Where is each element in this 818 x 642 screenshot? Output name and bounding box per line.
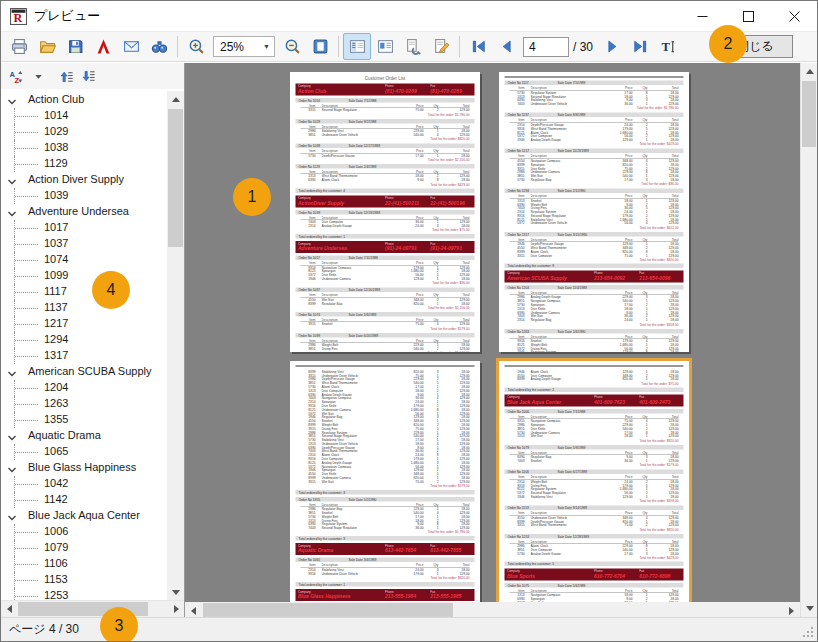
page-thumbnail-4-selected[interactable]: 1946Alarm Clock129.00118.004550Dive Comp… (499, 361, 689, 602)
report-item-row: 7403Second Stage Regulator36.001129.00 (301, 526, 470, 530)
zoom-out-button[interactable] (278, 33, 306, 60)
tree-order-label: 1037 (44, 237, 68, 249)
scrollbar-thumb[interactable] (802, 81, 816, 147)
chevron-down-icon[interactable] (6, 366, 18, 378)
report-header-rule (505, 77, 684, 78)
tree-node-order[interactable]: 1039 (1, 188, 167, 204)
page-thumbnail-1[interactable]: Customer Order ListCompanyPhoneFaxAction… (290, 72, 480, 352)
collapse-all-button[interactable] (55, 65, 77, 87)
tree-node-order[interactable]: 1038 (1, 140, 167, 156)
tree-node-order[interactable]: 1263 (1, 396, 167, 412)
chevron-down-icon[interactable] (6, 462, 18, 474)
tree-node-company[interactable]: Aquatic Drama (1, 428, 167, 444)
scroll-down-arrow[interactable] (801, 600, 818, 617)
chevron-down-icon[interactable] (6, 94, 18, 106)
order-header: Order No 1217Sale Date 11/23/1989 (505, 149, 684, 154)
scroll-up-arrow[interactable] (801, 63, 818, 80)
scrollbar-thumb[interactable] (168, 109, 183, 247)
tree-node-company[interactable]: Action Club (1, 92, 167, 108)
caret-down-button[interactable] (27, 65, 49, 87)
tree-node-company[interactable]: Action Diver Supply (1, 172, 167, 188)
tree-order-label: 1039 (44, 189, 68, 201)
order-header: Order No 1037Sale Date 12/16/1988 (296, 288, 475, 293)
tree-node-order[interactable]: 1065 (1, 444, 167, 460)
order-header: Order No 1204Sale Date 11/4/1989 (505, 285, 684, 290)
tree-node-company[interactable]: American SCUBA Supply (1, 364, 167, 380)
zoom-in-button[interactable] (182, 33, 210, 60)
save-button[interactable] (61, 33, 89, 60)
preview-vertical-scrollbar[interactable] (800, 63, 817, 617)
tree-node-order[interactable]: 1099 (1, 268, 167, 284)
print-button[interactable] (5, 33, 33, 60)
tree-vertical-scrollbar[interactable] (167, 91, 184, 601)
preview-canvas[interactable]: Customer Order ListCompanyPhoneFaxAction… (185, 63, 802, 602)
tree-node-order[interactable]: 1137 (1, 300, 167, 316)
thumbnails-icon (377, 38, 394, 55)
close-window-button[interactable] (771, 1, 817, 31)
next-page-icon (604, 38, 621, 55)
find-button[interactable] (145, 33, 173, 60)
tree-node-order[interactable]: 1014 (1, 108, 167, 124)
caret-down-icon (31, 69, 46, 84)
report-header-rule (505, 366, 684, 367)
edit-page-button[interactable] (427, 33, 455, 60)
last-page-button[interactable] (626, 33, 654, 60)
tree-node-order[interactable]: 1129 (1, 156, 167, 172)
thumbnails-button[interactable] (371, 33, 399, 60)
text-search-button[interactable]: T (654, 33, 682, 60)
whole-page-button[interactable] (306, 33, 334, 60)
order-total: Total for the order: $96.00 (510, 182, 679, 186)
report-item-row: 1313Wet Suit18.001129.00 (510, 434, 679, 438)
resize-grip[interactable] (801, 625, 815, 639)
scroll-up-arrow[interactable] (167, 91, 184, 108)
sort-az-button[interactable]: AZ (5, 65, 27, 87)
page-thumbnail-2[interactable]: Order No 1117Sale Date 7/5/1989ItemDescr… (499, 72, 689, 352)
chevron-down-icon[interactable] (6, 510, 18, 522)
chevron-down-icon[interactable]: ▼ (259, 43, 274, 50)
page-content: Order No 1117Sale Date 7/5/1989ItemDescr… (499, 72, 689, 352)
scroll-left-arrow[interactable] (1, 601, 17, 616)
tree-node-order[interactable]: 1006 (1, 524, 167, 540)
tree-node-order[interactable]: 1042 (1, 476, 167, 492)
tree-node-company[interactable]: Adventure Undersea (1, 204, 167, 220)
prev-page-button[interactable] (492, 33, 520, 60)
scroll-down-arrow[interactable] (167, 584, 184, 601)
order-total: Total for the order: $1,786.00 (510, 106, 679, 110)
tree-node-order[interactable]: 1355 (1, 412, 167, 428)
page-number-input[interactable] (523, 37, 569, 57)
tree-horizontal-scrollbar[interactable] (1, 600, 184, 617)
tree-node-order[interactable]: 1074 (1, 252, 167, 268)
zoom-combobox[interactable]: 25% ▼ (213, 36, 275, 57)
tree-node-order[interactable]: 1217 (1, 316, 167, 332)
tree-node-company[interactable]: Blue Glass Happiness (1, 460, 167, 476)
tree-node-order[interactable]: 1029 (1, 124, 167, 140)
email-button[interactable] (117, 33, 145, 60)
tree-node-order[interactable]: 1079 (1, 540, 167, 556)
tree-node-order[interactable]: 1106 (1, 556, 167, 572)
customer-total-band: Total ordered by the customer: 9 (505, 264, 684, 269)
page-thumbnail-3[interactable]: 8399Stabilizing Vest820.00318.003315Unde… (290, 361, 480, 602)
scrollbar-thumb[interactable] (203, 603, 453, 618)
tree-node-order[interactable]: 1037 (1, 236, 167, 252)
tree-node-order[interactable]: 1017 (1, 220, 167, 236)
next-page-button[interactable] (598, 33, 626, 60)
outline-tree: Action Club1014102910381129Action Diver … (1, 91, 167, 601)
scroll-right-arrow[interactable] (168, 601, 184, 616)
expand-all-button[interactable] (77, 65, 99, 87)
chevron-down-icon[interactable] (6, 174, 18, 186)
order-header: Order No 1075Sale Date 5/6/1989 (505, 583, 684, 588)
tree-node-company[interactable]: Blue Jack Aqua Center (1, 508, 167, 524)
pdf-button[interactable] (89, 33, 117, 60)
tree-node-order[interactable]: 1294 (1, 332, 167, 348)
tree-node-order[interactable]: 1153 (1, 572, 167, 588)
outline-button[interactable] (343, 33, 371, 60)
tree-node-order[interactable]: 1317 (1, 348, 167, 364)
tree-node-order[interactable]: 1142 (1, 492, 167, 508)
tree-node-order[interactable]: 1204 (1, 380, 167, 396)
chevron-down-icon[interactable] (6, 206, 18, 218)
first-page-button[interactable] (464, 33, 492, 60)
open-button[interactable] (33, 33, 61, 60)
chevron-down-icon[interactable] (6, 430, 18, 442)
page-settings-button[interactable] (399, 33, 427, 60)
tree-node-order[interactable]: 1117 (1, 284, 167, 300)
